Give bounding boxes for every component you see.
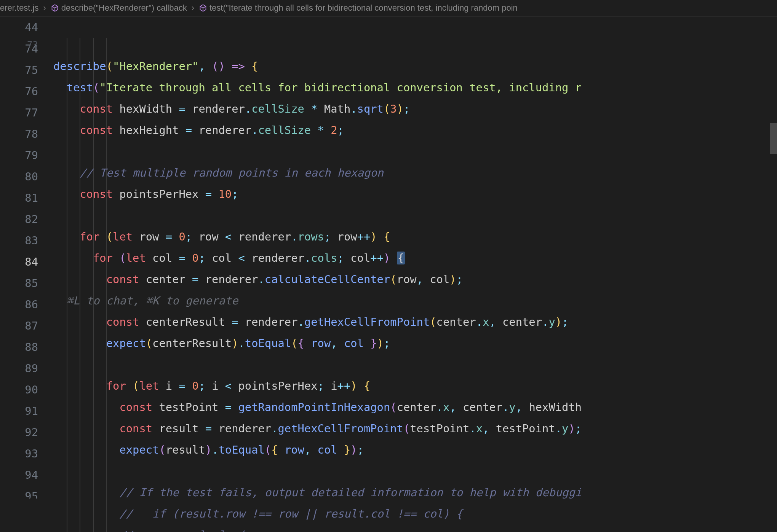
code-line[interactable]: for (let col = 0; col < renderer.cols; c… bbox=[53, 247, 777, 269]
code-line[interactable]: // if (result.row !== row || result.col … bbox=[53, 503, 777, 524]
line-number: 87 bbox=[0, 315, 38, 336]
breadcrumb-file[interactable]: erer.test.js bbox=[0, 3, 38, 13]
code-editor[interactable]: 4473747576777879808182838485868788899091… bbox=[0, 17, 777, 532]
code-line[interactable]: // If the test fails, output detailed in… bbox=[53, 482, 777, 503]
code-line[interactable] bbox=[53, 205, 777, 226]
breadcrumb-label: erer.test.js bbox=[0, 3, 38, 13]
code-line[interactable]: // console.log( bbox=[53, 524, 777, 532]
line-number: 86 bbox=[0, 294, 38, 315]
code-area[interactable]: describe("HexRenderer", () => { test("It… bbox=[53, 17, 777, 532]
code-line[interactable]: describe("HexRenderer", () => { bbox=[53, 56, 777, 77]
breadcrumb-label: describe("HexRenderer") callback bbox=[61, 3, 187, 13]
code-line[interactable]: const hexHeight = renderer.cellSize * 2; bbox=[53, 119, 777, 141]
code-line[interactable]: for (let i = 0; i < pointsPerHex; i++) { bbox=[53, 375, 777, 397]
line-number: 85 bbox=[0, 272, 38, 294]
line-number: 94 bbox=[0, 464, 38, 486]
line-number: 81 bbox=[0, 187, 38, 209]
scrollbar-thumb[interactable] bbox=[770, 123, 777, 154]
chevron-right-icon: › bbox=[190, 3, 196, 13]
line-number: 92 bbox=[0, 422, 38, 443]
code-line[interactable]: ⌘L to chat, ⌘K to generate bbox=[53, 290, 777, 311]
line-number: 83 bbox=[0, 230, 38, 251]
code-line[interactable]: for (let row = 0; row < renderer.rows; r… bbox=[53, 226, 777, 247]
code-line[interactable]: const testPoint = getRandomPointInHexago… bbox=[53, 397, 777, 418]
line-number: 95 bbox=[0, 486, 38, 499]
minimap-scrollbar[interactable] bbox=[770, 17, 777, 532]
code-line[interactable]: const result = renderer.getHexCellFromPo… bbox=[53, 418, 777, 439]
line-number: 78 bbox=[0, 123, 38, 145]
line-number: 79 bbox=[0, 145, 38, 166]
line-number: 88 bbox=[0, 336, 38, 358]
line-number: 89 bbox=[0, 358, 38, 379]
chevron-right-icon: › bbox=[42, 3, 47, 13]
code-line[interactable]: const pointsPerHex = 10; bbox=[53, 183, 777, 205]
code-line[interactable]: test("Iterate through all cells for bidi… bbox=[53, 77, 777, 98]
code-line[interactable]: // Test multiple random points in each h… bbox=[53, 162, 777, 183]
line-number: 44 bbox=[0, 17, 38, 38]
line-number: 77 bbox=[0, 102, 38, 123]
code-line[interactable]: const center = renderer.calculateCellCen… bbox=[53, 269, 777, 290]
line-number: 75 bbox=[0, 59, 38, 81]
breadcrumb-scope[interactable]: describe("HexRenderer") callback bbox=[51, 3, 187, 13]
code-line[interactable] bbox=[53, 354, 777, 375]
code-line[interactable]: expect(centerResult).toEqual({ row, col … bbox=[53, 333, 777, 354]
line-number: 91 bbox=[0, 400, 38, 422]
method-icon bbox=[51, 4, 59, 12]
line-number: 90 bbox=[0, 379, 38, 400]
code-line[interactable] bbox=[53, 460, 777, 482]
code-line[interactable]: expect(result).toEqual({ row, col }); bbox=[53, 439, 777, 460]
line-number: 93 bbox=[0, 443, 38, 464]
line-number: 82 bbox=[0, 209, 38, 230]
breadcrumb-scope[interactable]: test("Iterate through all cells for bidi… bbox=[199, 3, 518, 13]
code-line[interactable]: const centerResult = renderer.getHexCell… bbox=[53, 311, 777, 333]
method-icon bbox=[199, 4, 207, 12]
line-number: 84 bbox=[0, 251, 38, 272]
line-number: 76 bbox=[0, 81, 38, 102]
breadcrumb[interactable]: erer.test.js › describe("HexRenderer") c… bbox=[0, 0, 777, 17]
line-number-gutter[interactable]: 4473747576777879808182838485868788899091… bbox=[0, 17, 53, 532]
code-line[interactable] bbox=[53, 141, 777, 162]
line-number: 80 bbox=[0, 166, 38, 187]
code-line[interactable]: const hexWidth = renderer.cellSize * Mat… bbox=[53, 98, 777, 119]
breadcrumb-label: test("Iterate through all cells for bidi… bbox=[209, 3, 518, 13]
